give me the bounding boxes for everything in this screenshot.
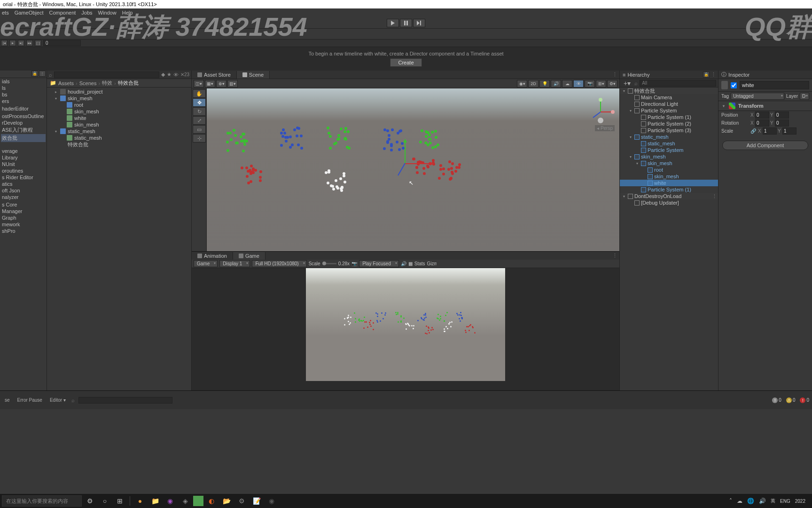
console-error-pause-button[interactable]: Error Pause (16, 397, 44, 403)
taskbar-taskview-icon[interactable]: ⊞ (113, 495, 127, 507)
menu-gameobject[interactable]: GameObject (15, 10, 44, 16)
console-editor-dropdown[interactable]: Editor ▾ (48, 397, 68, 403)
tray-expand-icon[interactable]: ˄ (729, 498, 732, 504)
tray-date[interactable]: 2022 (795, 499, 805, 504)
tab-animation[interactable]: Animation (192, 252, 233, 260)
scene-camera-dropdown[interactable]: ◉▾ (517, 80, 527, 87)
scene-lighting-toggle[interactable]: 💡 (539, 80, 550, 87)
position-x-input[interactable] (755, 111, 769, 119)
step-button[interactable] (413, 19, 425, 27)
taskbar-app2-icon[interactable] (193, 496, 203, 506)
left-item[interactable]: oft Json (1, 187, 46, 194)
hierarchy-item[interactable]: Particle System (3) (620, 127, 718, 134)
tab-scene[interactable]: Scene (237, 71, 270, 79)
hierarchy-item[interactable]: ▾skin_mesh (620, 160, 718, 167)
left-item[interactable]: atics (1, 181, 46, 187)
game-resolution-dropdown[interactable]: Full HD (1920x1080) (252, 260, 306, 267)
hierarchy-item[interactable]: ▾skin_mesh (620, 153, 718, 160)
layer-dropdown[interactable]: D (800, 93, 809, 100)
position-y-input[interactable] (775, 111, 789, 119)
breadcrumb-vfx[interactable]: 特效 (102, 79, 112, 87)
hierarchy-item[interactable]: Particle System (620, 147, 718, 153)
left-item[interactable]: ers (1, 98, 46, 104)
game-vsync-icon[interactable]: ▦ (408, 261, 413, 266)
hierarchy-item[interactable]: Particle System (1) (620, 186, 718, 193)
scale-y-input[interactable] (782, 127, 796, 135)
foldout-icon[interactable]: ▾ (635, 161, 640, 166)
scene-gizmos-dropdown[interactable]: ⊞▾ (596, 80, 606, 87)
timeline-play-button[interactable]: ▸ (9, 40, 16, 46)
left-item[interactable]: oroutines (1, 167, 46, 174)
taskbar-folder-icon[interactable]: 📂 (219, 495, 234, 507)
left-item[interactable]: haderEditor (1, 105, 46, 112)
hierarchy-lock-icon[interactable]: 🔒 (703, 71, 710, 78)
play-button[interactable] (387, 19, 399, 27)
taskbar-chrome-icon[interactable]: ● (133, 495, 147, 507)
game-gizmos-button[interactable]: Gizmos (427, 261, 437, 266)
console-clear-button[interactable]: se (3, 397, 12, 403)
scene-canvas[interactable]: ◂ Persp ↖ (207, 88, 619, 251)
left-item[interactable]: Graph (1, 214, 46, 221)
taskbar-notes-icon[interactable]: 📝 (250, 495, 264, 507)
hierarchy-item[interactable]: ▾特效合批 (620, 87, 718, 94)
scene-shading-dropdown[interactable]: ◫▾ (194, 80, 204, 87)
tray-lang-indicator[interactable]: ENG (780, 499, 790, 504)
taskbar-unity-icon[interactable]: ◈ (178, 495, 192, 507)
gameobject-icon[interactable] (721, 81, 728, 89)
foldout-icon[interactable]: ▾ (622, 89, 626, 93)
orientation-gizmo[interactable] (586, 98, 615, 126)
project-item[interactable]: skin_mesh (47, 108, 191, 115)
transform-foldout-icon[interactable]: ▾ (721, 104, 726, 108)
game-render-dropdown[interactable]: Game (194, 260, 218, 267)
project-save-icon[interactable]: ★ (167, 71, 172, 78)
left-item[interactable]: s Core (1, 201, 46, 208)
scale-link-icon[interactable]: 🔗 (750, 128, 756, 134)
game-view[interactable] (192, 268, 619, 390)
console-warn-count[interactable]: ⚠0 (786, 397, 796, 403)
scene-camera-icon[interactable]: 📷 (585, 80, 595, 87)
transform-component-header[interactable]: ▾ Transform (718, 101, 812, 111)
hierarchy-item[interactable]: ▾static_mesh (620, 134, 718, 140)
taskbar-cortana-icon[interactable]: ○ (98, 495, 112, 507)
context-icon[interactable]: ⋮ (712, 193, 717, 199)
x-axis-handle[interactable] (405, 163, 433, 164)
tray-onedrive-icon[interactable]: ☁ (737, 498, 742, 504)
game-screenshot-icon[interactable]: 📷 (351, 261, 357, 266)
timeline-create-button[interactable]: Create (390, 58, 422, 67)
pause-button[interactable] (400, 19, 412, 27)
left-item[interactable]: ls (1, 85, 46, 91)
scene-draw-mode-dropdown[interactable]: ▦▾ (205, 80, 215, 87)
left-panel-context-icon[interactable]: ⋮ (39, 71, 46, 77)
left-item[interactable]: verage (1, 148, 46, 154)
z-axis-handle[interactable] (398, 163, 406, 176)
left-item[interactable]: rDevelop (1, 119, 46, 126)
taskbar-settings-icon[interactable]: ⚙ (83, 495, 97, 507)
timeline-end-button[interactable]: ▸▸ (26, 40, 33, 46)
foldout-icon[interactable]: ▾ (54, 129, 58, 134)
left-item[interactable]: NUnit (1, 161, 46, 167)
project-search-input[interactable] (54, 71, 159, 78)
hierarchy-search-input[interactable] (640, 80, 716, 87)
left-panel-lock-icon[interactable]: 🔒 (31, 71, 38, 77)
project-item[interactable]: skin_mesh (47, 121, 191, 128)
game-scale-slider[interactable] (322, 263, 336, 264)
hierarchy-item[interactable]: Main Camera (620, 94, 718, 101)
breadcrumb-scenes[interactable]: Scenes (79, 80, 97, 86)
menu-window[interactable]: Window (98, 10, 117, 16)
rotation-x-input[interactable] (755, 119, 769, 127)
scale-x-input[interactable] (763, 127, 777, 135)
foldout-icon[interactable]: ▾ (628, 135, 633, 139)
left-item[interactable]: mework (1, 221, 46, 228)
tab-asset-store[interactable]: Asset Store (192, 71, 237, 79)
add-component-button[interactable]: Add Component (722, 141, 808, 150)
menu-assets[interactable]: ets (2, 10, 9, 16)
left-item[interactable]: shPro (1, 228, 46, 234)
foldout-icon[interactable]: ▾ (628, 155, 633, 159)
tag-dropdown[interactable]: Untagged (731, 93, 784, 100)
taskbar-search-input[interactable]: 在这里输入你要搜索的内容 (2, 495, 82, 507)
foldout-icon[interactable]: ▾ (622, 194, 626, 198)
menu-help[interactable]: Help (122, 10, 133, 16)
left-item[interactable]: ASE入门教程 (1, 126, 46, 134)
hierarchy-item[interactable]: ▾Particle System (620, 107, 718, 114)
hierarchy-item[interactable]: root (620, 167, 718, 173)
